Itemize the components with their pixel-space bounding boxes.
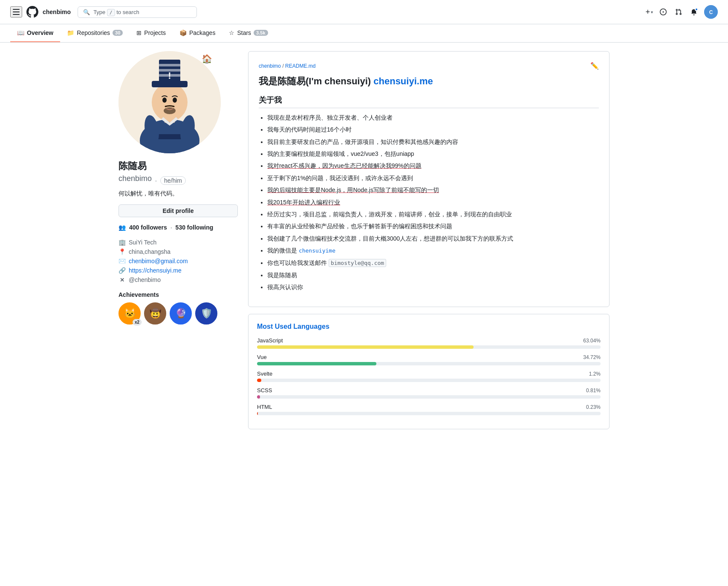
pull-requests-button[interactable]	[673, 7, 684, 17]
svg-point-5	[152, 83, 188, 121]
stars-badge: 3.5k	[254, 30, 268, 36]
svg-point-11	[162, 98, 167, 103]
bullet-3: 我的主要编程技能是前端领域，vue2/vue3，包括uniapp	[267, 148, 599, 160]
home-icon: 🏠	[202, 54, 212, 145]
package-icon: 📦	[179, 29, 187, 36]
lang-bar-fill-3	[257, 395, 260, 399]
followers-row: 👥 400 followers · 530 following	[118, 224, 238, 231]
lang-bar-bg-4	[257, 412, 601, 415]
notifications-button[interactable]	[689, 7, 699, 17]
lang-item-4: HTML 0.23%	[257, 404, 601, 415]
meta-website: 🔗 https://chensuiyi.me	[118, 266, 238, 275]
bullet-6: 我的后端技能主要是Node.js，用Node.js写除了前端不能写的一切	[267, 184, 599, 196]
achievement-count-0: x2	[133, 319, 142, 325]
bullet-7: 我2015年开始进入编程行业	[267, 196, 599, 208]
meta-org: 🏢 SuiYi Tech	[118, 238, 238, 247]
email-code: bimostyle@qq.com	[329, 259, 386, 267]
notification-dot	[695, 8, 698, 11]
search-icon: 🔍	[83, 9, 90, 15]
website-link[interactable]: https://chensuiyi.me	[129, 267, 182, 274]
edit-readme-button[interactable]: ✏️	[590, 62, 599, 70]
bullet-1: 我每天的代码时间超过16个小时	[267, 124, 599, 135]
bullet-2: 我目前主要研发自己的产品，做开源项目，知识付费和其他感兴趣的内容	[267, 136, 599, 148]
following-link[interactable]: 530 following	[176, 224, 214, 231]
github-logo[interactable]	[26, 6, 38, 18]
profile-display-name: 陈随易	[118, 160, 238, 172]
readme-breadcrumb-file[interactable]: README.md	[285, 63, 315, 69]
lang-bar-bg-3	[257, 395, 601, 399]
profile-nav: 📖 Overview 📁 Repositories 30 ⊞ Projects …	[0, 24, 728, 43]
profile-pronouns-badge: he/him	[160, 176, 186, 185]
profile-bio: 何以解忧，唯有代码。	[118, 190, 238, 198]
project-icon: ⊞	[136, 29, 142, 36]
org-icon: 🏢	[118, 239, 125, 246]
achievements-grid: 🐱 x2 🤠 🔮 🛡️	[118, 302, 238, 325]
readme-title: 我是陈随易(I'm chensuiyi) chensuiyi.me	[259, 75, 599, 88]
link-icon: 🔗	[118, 267, 125, 274]
lang-bar-bg-1	[257, 362, 601, 365]
email-link[interactable]: chenbimo@gmail.com	[129, 258, 188, 264]
search-box[interactable]: 🔍 Type / to search	[78, 6, 197, 18]
bullet-9: 有丰富的从业经验和产品经验，也乐于解答新手的编程困惑和技术问题	[267, 220, 599, 232]
repositories-badge: 30	[113, 30, 123, 36]
lang-item-1: Vue 34.72%	[257, 354, 601, 365]
issues-button[interactable]	[658, 7, 668, 17]
bullet-4: 我对react不感兴趣，因为vue生态已经能解决我99%的问题	[267, 160, 599, 172]
tab-projects[interactable]: ⊞ Projects	[130, 24, 173, 42]
readme-bullets: 我现在是农村程序员、独立开发者、个人创业者 我每天的代码时间超过16个小时 我目…	[259, 112, 599, 293]
svg-rect-8	[159, 64, 180, 66]
achievements-title: Achievements	[118, 291, 238, 298]
lang-bar-fill-2	[257, 379, 261, 382]
hamburger-menu[interactable]	[10, 6, 22, 17]
header-username: chenbimo	[43, 9, 71, 15]
book-icon: 📖	[17, 29, 24, 36]
languages-card: Most Used Languages JavaScript 63.04% Vu…	[248, 314, 610, 429]
bullet-8: 经历过实习，项目总监，前端负责人，游戏开发，前端讲师，创业，接单，到现在的自由职…	[267, 208, 599, 220]
bullet-13: 我是陈随易	[267, 269, 599, 281]
tab-stars[interactable]: ☆ Stars 3.5k	[222, 24, 274, 42]
followers-link[interactable]: 400 followers	[129, 224, 167, 231]
achievement-badge-3[interactable]: 🛡️	[195, 302, 217, 325]
readme-breadcrumb: chenbimo / README.md ✏️	[259, 62, 599, 70]
lang-item-0: JavaScript 63.04%	[257, 337, 601, 349]
svg-point-12	[173, 98, 177, 103]
new-menu[interactable]: + ▾	[645, 8, 653, 17]
bullet-0: 我现在是农村程序员、独立开发者、个人创业者	[267, 112, 599, 124]
bullet-5: 至于剩下的1%的问题，我还没遇到，或许永远不会遇到	[267, 172, 599, 184]
header: chenbimo 🔍 Type / to search + ▾	[0, 0, 728, 24]
email-icon: ✉️	[118, 258, 125, 264]
profile-pronouns: ·	[155, 177, 157, 184]
main-section: chenbimo / README.md ✏️ 我是陈随易(I'm chensu…	[248, 51, 610, 429]
star-icon: ☆	[229, 29, 234, 36]
wechat-code: chensuiyime	[299, 247, 335, 254]
profile-info: 陈随易 chenbimo · he/him 何以解忧，唯有代码。 Edit pr…	[118, 160, 238, 325]
profile-login: chenbimo	[118, 174, 152, 183]
profile-meta-list: 🏢 SuiYi Tech 📍 china,changsha ✉️ chenbim…	[118, 238, 238, 284]
readme-about-heading: 关于我	[259, 95, 599, 108]
user-avatar[interactable]: C	[704, 5, 718, 19]
location-icon: 📍	[118, 248, 125, 255]
readme-breadcrumb-user[interactable]: chenbimo	[259, 63, 281, 69]
lang-bar-fill-1	[257, 362, 376, 365]
tab-overview[interactable]: 📖 Overview	[10, 24, 60, 42]
header-right: + ▾ C	[645, 5, 718, 19]
bullet-10: 我创建了几个微信编程技术交流群，目前大概3000人左右，想进群的可以加我下方的联…	[267, 233, 599, 244]
readme-title-link[interactable]: chensuiyi.me	[373, 76, 433, 86]
avatar-container: ! 🏠	[118, 51, 221, 153]
readme-card: chenbimo / README.md ✏️ 我是陈随易(I'm chensu…	[248, 51, 610, 307]
tab-repositories[interactable]: 📁 Repositories 30	[60, 24, 130, 42]
lang-bar-fill-4	[257, 412, 258, 415]
lang-bar-fill-0	[257, 345, 474, 349]
bullet-14: 很高兴认识你	[267, 281, 599, 293]
edit-profile-button[interactable]: Edit profile	[118, 204, 238, 217]
tab-packages[interactable]: 📦 Packages	[173, 24, 222, 42]
header-left: chenbimo	[10, 6, 71, 18]
bullet-11: 我的微信是 chensuiyime	[267, 244, 599, 257]
achievement-badge-1[interactable]: 🤠	[144, 302, 166, 325]
lang-bar-bg-2	[257, 379, 601, 382]
meta-location: 📍 china,changsha	[118, 247, 238, 256]
search-placeholder: Type / to search	[93, 9, 191, 15]
repo-icon: 📁	[67, 29, 74, 36]
achievement-badge-0[interactable]: 🐱 x2	[118, 302, 141, 325]
achievement-badge-2[interactable]: 🔮	[170, 302, 192, 325]
